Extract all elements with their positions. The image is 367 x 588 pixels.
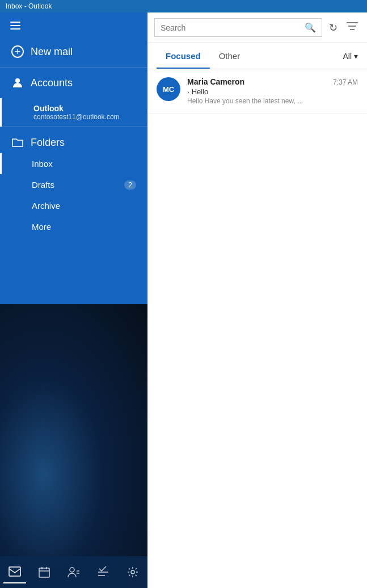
folder-name-archive: Archive [32, 201, 60, 211]
nav-tasks-button[interactable] [92, 561, 115, 583]
folder-item-drafts[interactable]: Drafts 2 [0, 174, 147, 195]
svg-rect-2 [39, 568, 49, 577]
search-input[interactable] [161, 23, 305, 32]
sender-name: Maria Cameron [187, 77, 244, 86]
account-name: Outlook [33, 104, 136, 113]
hamburger-icon [10, 22, 20, 30]
accounts-label: Accounts [31, 77, 73, 89]
filter-icon[interactable] [344, 19, 360, 36]
email-time: 7:37 AM [333, 78, 358, 86]
new-mail-label: New mail [31, 46, 73, 58]
avatar: MC [157, 77, 180, 101]
refresh-icon[interactable]: ↻ [327, 19, 340, 36]
svg-point-11 [131, 570, 134, 574]
svg-rect-1 [9, 567, 20, 576]
tab-other-label: Other [219, 51, 241, 61]
chevron-down-icon: ▾ [354, 52, 358, 61]
nav-mail-button[interactable] [3, 561, 26, 583]
email-header: Maria Cameron 7:37 AM [187, 77, 358, 86]
tab-other[interactable]: Other [210, 43, 250, 69]
nav-calendar-button[interactable] [33, 561, 56, 583]
tabs-bar: Focused Other All ▾ [147, 43, 367, 69]
new-mail-button[interactable]: + New mail [0, 36, 147, 67]
svg-point-0 [15, 78, 20, 83]
email-preview: Hello Have you seen the latest new, ... [187, 97, 358, 105]
tab-all-label: All [343, 52, 352, 61]
email-subject-line: › Hello [187, 87, 358, 96]
content-area: 🔍 ↻ Focused Other All ▾ [147, 12, 367, 588]
email-body: Maria Cameron 7:37 AM › Hello Hello Have… [187, 77, 358, 105]
folders-label: Folders [31, 137, 65, 149]
avatar-initials: MC [163, 85, 174, 94]
table-row[interactable]: MC Maria Cameron 7:37 AM › Hello Hello H… [147, 69, 367, 114]
drafts-badge: 2 [124, 180, 136, 190]
email-list: MC Maria Cameron 7:37 AM › Hello Hello H… [147, 69, 367, 588]
folders-button[interactable]: Folders [11, 136, 136, 149]
plus-icon: + [11, 45, 24, 58]
nav-contacts-button[interactable] [62, 561, 85, 583]
tab-all-button[interactable]: All ▾ [343, 52, 358, 61]
search-icon[interactable]: 🔍 [305, 22, 316, 33]
account-item-outlook[interactable]: Outlook contosotest11@outlook.com [0, 98, 147, 127]
title-bar: Inbox - Outlook [0, 0, 367, 12]
tab-focused[interactable]: Focused [157, 43, 210, 69]
folder-name-more: More [32, 222, 51, 232]
search-bar: 🔍 ↻ [147, 12, 367, 43]
sidebar-content: + New mail Accounts Outlook contosotest1… [0, 12, 147, 588]
sidebar: + New mail Accounts Outlook contosotest1… [0, 12, 147, 588]
account-email: contosotest11@outlook.com [33, 113, 136, 121]
nav-settings-button[interactable] [121, 561, 144, 583]
person-icon [11, 77, 24, 89]
accounts-button[interactable]: Accounts [0, 67, 147, 98]
folder-item-archive[interactable]: Archive [0, 195, 147, 216]
search-input-wrapper[interactable]: 🔍 [154, 18, 322, 37]
main-layout: + New mail Accounts Outlook contosotest1… [0, 12, 367, 588]
folder-item-inbox[interactable]: Inbox [0, 153, 147, 174]
folder-name-inbox: Inbox [32, 159, 53, 169]
hamburger-button[interactable] [0, 12, 147, 36]
bottom-nav [0, 556, 147, 588]
title-bar-text: Inbox - Outlook [6, 2, 52, 10]
svg-point-6 [70, 568, 74, 572]
reply-icon: › [187, 89, 189, 95]
folder-icon [11, 136, 24, 149]
folders-section: Folders [0, 127, 147, 153]
tab-focused-label: Focused [166, 51, 201, 61]
folder-item-more[interactable]: More [0, 216, 147, 237]
folder-name-drafts: Drafts [32, 180, 54, 190]
email-subject: Hello [192, 87, 209, 96]
